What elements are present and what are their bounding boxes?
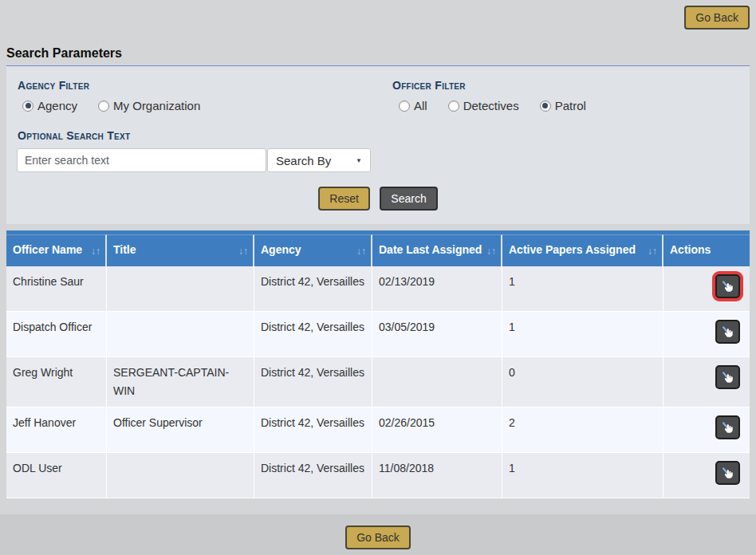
cell-date-last-assigned: 02/26/2015 [372, 407, 502, 453]
column-header-officer-name[interactable]: Officer Name↓↑ [6, 234, 107, 266]
cell-active-papers-assigned: 1 [502, 266, 663, 312]
column-header-active-papers-assigned[interactable]: Active Papers Assigned↓↑ [502, 234, 663, 266]
cell-actions [663, 407, 750, 453]
sort-icon[interactable]: ↓↑ [238, 241, 248, 261]
sort-icon[interactable]: ↓↑ [356, 241, 366, 261]
column-header-label: Officer Name [13, 241, 91, 259]
hand-pointer-icon [721, 280, 734, 293]
column-header-label: Actions [670, 241, 745, 259]
hand-pointer-icon [721, 421, 734, 435]
hand-pointer-icon [721, 371, 734, 384]
radio-label: Patrol [555, 99, 586, 112]
cell-date-last-assigned: 02/13/2019 [372, 266, 502, 312]
cell-date-last-assigned: 11/08/2018 [372, 453, 502, 498]
officer-filter-options: AllDetectivesPatrol [399, 99, 586, 112]
cell-officer-name: Greg Wright [6, 357, 107, 407]
radio-icon [98, 100, 109, 112]
search-input[interactable] [17, 148, 266, 172]
cell-active-papers-assigned: 2 [502, 407, 663, 453]
officer-filter-label: Officer Filter [392, 79, 586, 92]
cell-title [107, 453, 254, 498]
radio-label: All [414, 99, 427, 112]
cell-agency: District 42, Versailles [254, 357, 372, 407]
column-header-agency[interactable]: Agency↓↑ [254, 234, 372, 266]
column-header-label: Title [113, 241, 238, 259]
radio-label: My Organization [113, 99, 200, 112]
table-row: Dispatch OfficerDistrict 42, Versailles0… [6, 312, 750, 357]
table-row: Jeff HanoverOfficer SupervisorDistrict 4… [6, 407, 750, 453]
table-row: ODL UserDistrict 42, Versailles11/08/201… [6, 453, 750, 498]
chevron-down-icon: ▼ [356, 157, 362, 164]
search-by-selected-value: Search By [276, 154, 331, 167]
cell-title: SERGEANT-CAPTAIN-WIN [107, 357, 254, 407]
column-header-title[interactable]: Title↓↑ [107, 234, 254, 266]
assign-officer-button[interactable] [715, 415, 740, 439]
officers-table: Officer Name↓↑Title↓↑Agency↓↑Date Last A… [6, 230, 750, 498]
column-header-label: Date Last Assigned [379, 241, 486, 259]
cell-title [107, 266, 254, 312]
cell-active-papers-assigned: 1 [502, 312, 663, 357]
cell-actions [663, 357, 750, 407]
optional-search-text-label: Optional Search Text [18, 129, 745, 142]
cell-title: Officer Supervisor [107, 407, 254, 453]
sort-icon[interactable]: ↓↑ [648, 241, 657, 261]
reset-button[interactable]: Reset [318, 187, 370, 211]
column-header-label: Active Papers Assigned [509, 241, 648, 259]
column-header-actions: Actions [663, 234, 750, 266]
agency-filter-radio-agency[interactable]: Agency [22, 99, 77, 112]
cell-officer-name: ODL User [6, 453, 107, 498]
go-back-button-top[interactable]: Go Back [684, 6, 750, 30]
agency-filter-radio-my-organization[interactable]: My Organization [98, 99, 200, 112]
cell-agency: District 42, Versailles [254, 312, 372, 357]
agency-filter-options: AgencyMy Organization [22, 99, 386, 112]
radio-icon [22, 100, 33, 112]
assign-officer-button[interactable] [715, 461, 740, 485]
footer-bar: Go Back [0, 514, 756, 555]
agency-filter-label: Agency Filter [18, 79, 386, 92]
go-back-button-bottom[interactable]: Go Back [345, 525, 411, 549]
search-by-select[interactable]: Search By ▼ [267, 148, 371, 172]
page-title: Search Parameters [6, 46, 750, 61]
table-row: Greg WrightSERGEANT-CAPTAIN-WINDistrict … [6, 357, 750, 407]
cell-officer-name: Christine Saur [6, 266, 107, 312]
radio-icon [399, 100, 410, 112]
top-bar: Go Back [0, 0, 756, 30]
radio-label: Detectives [463, 99, 519, 112]
sort-icon[interactable]: ↓↑ [486, 241, 496, 261]
search-parameters-panel: Agency Filter AgencyMy Organization Offi… [6, 66, 750, 224]
page: Go Back Search Parameters Agency Filter … [0, 0, 756, 555]
sort-icon[interactable]: ↓↑ [91, 241, 100, 261]
assign-officer-button[interactable] [715, 320, 740, 344]
cell-actions [663, 266, 750, 312]
cell-active-papers-assigned: 1 [502, 453, 663, 498]
cell-actions [663, 312, 750, 357]
officer-filter-radio-patrol[interactable]: Patrol [540, 99, 586, 112]
column-header-label: Agency [261, 241, 356, 259]
agency-filter-group: Agency Filter AgencyMy Organization [11, 79, 386, 112]
officer-filter-radio-all[interactable]: All [399, 99, 427, 112]
cell-officer-name: Jeff Hanover [6, 407, 107, 453]
search-button[interactable]: Search [380, 187, 437, 211]
radio-icon [540, 100, 551, 112]
hand-pointer-icon [721, 325, 734, 339]
hand-pointer-icon [721, 466, 734, 480]
table-row: Christine SaurDistrict 42, Versailles02/… [6, 266, 750, 312]
table-header-row: Officer Name↓↑Title↓↑Agency↓↑Date Last A… [6, 234, 750, 266]
cell-active-papers-assigned: 0 [502, 357, 663, 407]
assign-officer-button[interactable] [715, 274, 740, 298]
assign-officer-button[interactable] [715, 365, 740, 389]
cell-agency: District 42, Versailles [254, 407, 372, 453]
radio-label: Agency [37, 99, 77, 112]
officer-filter-radio-detectives[interactable]: Detectives [448, 99, 519, 112]
cell-title [107, 312, 254, 357]
column-header-date-last-assigned[interactable]: Date Last Assigned↓↑ [372, 234, 502, 266]
cell-date-last-assigned: 03/05/2019 [372, 312, 502, 357]
cell-agency: District 42, Versailles [254, 453, 372, 498]
cell-officer-name: Dispatch Officer [6, 312, 107, 357]
cell-agency: District 42, Versailles [254, 266, 372, 312]
radio-icon [448, 100, 459, 112]
officer-filter-group: Officer Filter AllDetectivesPatrol [386, 79, 586, 112]
cell-actions [663, 453, 750, 498]
cell-date-last-assigned [372, 357, 502, 407]
